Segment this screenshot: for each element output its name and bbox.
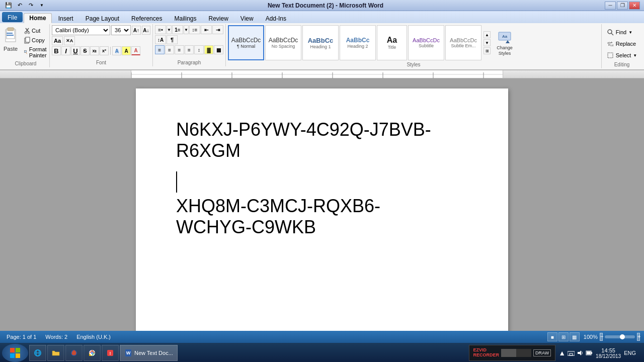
redo-button[interactable]: ↷ — [26, 1, 35, 10]
tab-view[interactable]: View — [235, 13, 259, 23]
page-info[interactable]: Page: 1 of 1 — [4, 333, 39, 341]
format-painter-button[interactable]: Format Painter — [22, 45, 51, 59]
borders-button[interactable]: ▦ — [214, 45, 223, 54]
volume-icon[interactable] — [577, 349, 584, 356]
find-dropdown[interactable]: ▼ — [628, 30, 632, 35]
language-indicator[interactable]: ENG — [624, 350, 636, 356]
superscript-button[interactable]: x² — [100, 46, 109, 55]
cut-button[interactable]: Cut — [22, 26, 51, 35]
chrome-button[interactable] — [84, 345, 101, 361]
style-normal[interactable]: AaBbCcDc ¶ Normal — [228, 25, 264, 60]
style-heading1[interactable]: AaBbCc Heading 1 — [302, 25, 339, 60]
view-print-button[interactable]: ▦ — [570, 332, 580, 341]
app4-button[interactable]: ! — [102, 345, 119, 361]
language-status[interactable]: English (U.K.) — [74, 333, 113, 341]
style-title[interactable]: Aa Title — [377, 25, 407, 60]
tab-addins[interactable]: Add-Ins — [260, 13, 292, 23]
file-explorer-button[interactable] — [47, 345, 64, 361]
highlight-button[interactable]: A — [122, 46, 131, 55]
bullets-button[interactable]: ≡• — [155, 25, 166, 34]
find-label: Find — [616, 29, 626, 35]
more-button[interactable]: ▼ — [37, 1, 46, 10]
change-styles-button[interactable]: Aa Change Styles — [492, 27, 518, 59]
styles-scroll-up[interactable]: ▲ — [484, 31, 491, 38]
tab-pagelayout[interactable]: Page Layout — [80, 13, 125, 23]
battery-icon[interactable] — [586, 349, 593, 356]
align-center-button[interactable]: ≡ — [165, 45, 175, 54]
document-area[interactable]: N6KXJ-P6YWY-4C92Q-J7BVB- R6XGM XHQ8M-C3M… — [0, 78, 644, 331]
select-button[interactable]: Select ▼ — [604, 50, 640, 60]
styles-scroll-down[interactable]: ▼ — [484, 39, 491, 46]
view-reading-button[interactable]: ⊞ — [558, 332, 569, 341]
replace-button[interactable]: ab cd Replace — [604, 39, 640, 49]
tab-review[interactable]: Review — [203, 13, 233, 23]
decrease-indent-button[interactable]: ⇤ — [201, 25, 212, 34]
tray-icon1[interactable]: ▲ — [558, 349, 566, 357]
numbering-button[interactable]: 1≡ — [172, 25, 183, 34]
italic-button[interactable]: I — [61, 46, 70, 55]
zoom-in-button[interactable]: + — [637, 333, 640, 341]
start-button[interactable] — [2, 344, 28, 362]
document-page[interactable]: N6KXJ-P6YWY-4C92Q-J7BVB- R6XGM XHQ8M-C3M… — [136, 88, 508, 331]
sort-button[interactable]: ↕A — [155, 35, 166, 44]
font-family-select[interactable]: Calibri (Body) — [52, 25, 110, 35]
shrink-font-button[interactable]: A↓ — [142, 26, 150, 35]
paste-button[interactable]: Paste — [0, 25, 21, 53]
style-title-name: Title — [388, 45, 396, 50]
text-effect-button[interactable]: A — [112, 46, 121, 55]
numbering-dropdown[interactable]: ▼ — [184, 25, 189, 34]
style-heading2[interactable]: AaBbCc Heading 2 — [340, 25, 376, 60]
save-button[interactable]: 💾 — [4, 1, 13, 10]
styles-more[interactable]: ⊞ — [484, 47, 491, 54]
increase-indent-button[interactable]: ⇥ — [212, 25, 223, 34]
justify-button[interactable]: ≡ — [185, 45, 194, 54]
document-cursor-line — [176, 169, 468, 196]
ribbon-content: Paste Cut — [0, 23, 644, 69]
firefox-button[interactable] — [65, 345, 83, 361]
change-case-button[interactable]: Aa — [52, 36, 63, 45]
style-subtle-em[interactable]: AaBbCcDc Subtle Em... — [445, 25, 481, 60]
zoom-out-button[interactable]: − — [600, 333, 603, 341]
shading-button[interactable]: ▓ — [204, 45, 214, 54]
svg-rect-30 — [10, 348, 15, 352]
network-icon[interactable] — [568, 349, 575, 356]
tab-references[interactable]: References — [126, 13, 168, 23]
font-color-button[interactable]: A — [131, 46, 140, 55]
show-para-button[interactable]: ¶ — [167, 35, 178, 44]
word-count[interactable]: Words: 2 — [43, 333, 70, 341]
styles-label: Styles — [226, 62, 601, 67]
ezvid-recorder[interactable]: EZVIDRECORDER DRAW — [469, 345, 556, 361]
bold-button[interactable]: B — [52, 46, 61, 55]
tab-insert[interactable]: Insert — [53, 13, 79, 23]
minimize-button[interactable]: ─ — [605, 2, 616, 10]
view-normal-button[interactable]: ■ — [547, 332, 557, 341]
close-button[interactable]: ✕ — [629, 2, 640, 10]
ie-button[interactable] — [29, 345, 46, 361]
align-left-button[interactable]: ≡ — [155, 45, 165, 54]
tab-mailings[interactable]: Mailings — [169, 13, 202, 23]
tab-file[interactable]: File — [2, 12, 23, 22]
grow-font-button[interactable]: A↑ — [132, 26, 140, 35]
style-no-spacing[interactable]: AaBbCcDc No Spacing — [265, 25, 301, 60]
draw-button[interactable]: DRAW — [533, 349, 551, 356]
restore-button[interactable]: ❐ — [617, 2, 628, 10]
font-size-select[interactable]: 36 — [111, 25, 131, 35]
line-spacing-button[interactable]: ↕ — [194, 45, 204, 54]
clear-format-button[interactable]: ✕A — [64, 36, 75, 45]
multilevel-button[interactable]: ↕≡ — [189, 25, 200, 34]
style-subtitle[interactable]: AaBbCcDc Subtitle — [408, 25, 444, 60]
zoom-slider[interactable] — [605, 335, 635, 338]
change-styles-label: Change Styles — [494, 45, 515, 56]
undo-button[interactable]: ↶ — [15, 1, 24, 10]
clock-area[interactable]: 14:55 18/12/2013 — [596, 347, 621, 359]
select-dropdown[interactable]: ▼ — [633, 53, 637, 58]
word-button[interactable]: W New Text Doc... — [120, 345, 178, 361]
subscript-button[interactable]: x₂ — [90, 46, 99, 55]
align-right-button[interactable]: ≡ — [175, 45, 184, 54]
underline-button[interactable]: U — [71, 46, 80, 55]
strikethrough-button[interactable]: S — [80, 46, 90, 55]
tab-home[interactable]: Home — [24, 13, 51, 23]
bullets-dropdown[interactable]: ▼ — [167, 25, 172, 34]
find-button[interactable]: Find ▼ — [604, 27, 640, 37]
copy-button[interactable]: Copy — [22, 36, 51, 45]
